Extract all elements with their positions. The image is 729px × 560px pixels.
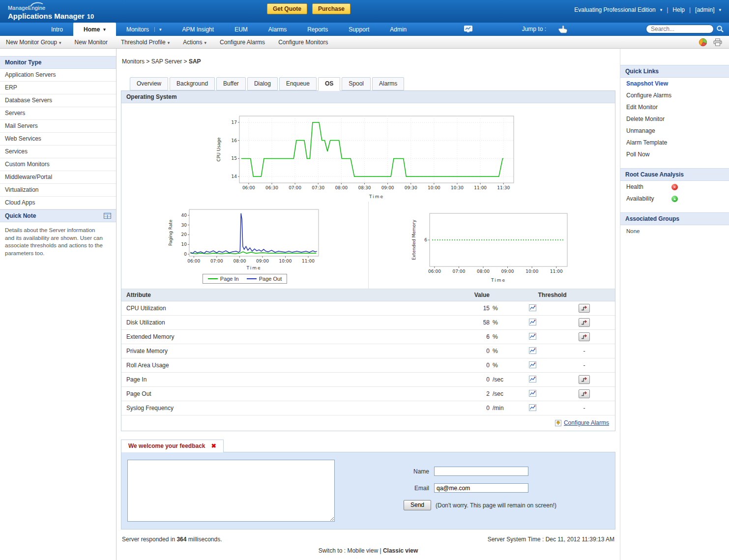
quick-link-poll-now[interactable]: Poll Now	[620, 148, 729, 160]
threshold-button[interactable]	[579, 304, 590, 313]
graph-icon[interactable]	[529, 361, 536, 370]
subnav-threshold-profile[interactable]: Threshold Profile▾	[121, 39, 170, 46]
svg-text:0: 0	[184, 252, 187, 257]
sidebar-item-custom-monitors[interactable]: Custom Monitors	[0, 158, 116, 171]
edition-dropdown[interactable]: Evaluating Professional Edition	[574, 6, 655, 13]
tab-enqueue[interactable]: Enqueue	[279, 77, 317, 90]
os-panel: Operating System 1415161706:0006:3007:00…	[121, 90, 615, 431]
nav-tab-apm-insight[interactable]: APM Insight	[172, 23, 224, 36]
tab-overview[interactable]: Overview	[130, 77, 168, 90]
alarm-bell-icon	[555, 420, 561, 426]
breadcrumb-monitors[interactable]: Monitors >	[122, 58, 151, 65]
nav-tab-support[interactable]: Support	[338, 23, 379, 36]
quick-link-unmanage[interactable]: Unmanage	[620, 125, 729, 137]
quick-link-configure-alarms[interactable]: Configure Alarms	[620, 89, 729, 101]
tab-alarms[interactable]: Alarms	[372, 77, 404, 90]
sidebar-item-cloud-apps[interactable]: Cloud Apps	[0, 197, 116, 209]
graph-icon[interactable]	[529, 319, 536, 327]
graph-icon[interactable]	[529, 376, 536, 384]
root-cause-label: Availability	[626, 195, 671, 202]
no-threshold-dash: -	[583, 348, 585, 354]
quick-link-alarm-template[interactable]: Alarm Template	[620, 137, 729, 148]
sidebar-item-mail-servers[interactable]: Mail Servers	[0, 120, 116, 133]
sidebar-item-virtualization[interactable]: Virtualization	[0, 184, 116, 197]
sidebar-item-application-servers[interactable]: Application Servers	[0, 69, 116, 82]
subnav-configure-alarms[interactable]: Configure Alarms	[220, 39, 265, 46]
nav-tab-eum[interactable]: EUM	[224, 23, 258, 36]
subnav-configure-monitors[interactable]: Configure Monitors	[278, 39, 328, 46]
graph-icon[interactable]	[529, 304, 536, 313]
breadcrumb-sap-server[interactable]: SAP Server >	[151, 58, 189, 65]
monitor-icon[interactable]	[464, 26, 472, 33]
root-cause-section: Root Cause Analysis Health ✕ Availabilit…	[620, 168, 729, 205]
quick-links-title: Quick Links	[620, 65, 729, 78]
send-button[interactable]: Send	[404, 500, 431, 510]
nav-tab-intro[interactable]: Intro	[41, 23, 73, 36]
quick-note-header: Quick Note	[0, 209, 116, 222]
graph-icon[interactable]	[529, 333, 536, 341]
sidebar-item-erp[interactable]: ERP	[0, 82, 116, 94]
get-quote-button[interactable]: Get Quote	[267, 3, 307, 14]
attribute-name: CPU Utilization	[121, 305, 455, 312]
switch-to-label: Switch to :	[319, 547, 346, 554]
table-row: Disk Utilization 58 %	[121, 316, 615, 330]
table-row: CPU Utilization 15 %	[121, 301, 615, 316]
svg-text:11:00: 11:00	[302, 259, 315, 264]
sidebar-item-services[interactable]: Services	[0, 146, 116, 158]
jump-to-hand-icon[interactable]	[557, 25, 569, 33]
page: ManageEngine Applications Manager10 Get …	[0, 0, 729, 560]
nav-tab-alarms[interactable]: Alarms	[258, 23, 297, 36]
table-row: Page Out 2 /sec	[121, 387, 615, 401]
feedback-textarea[interactable]	[127, 460, 335, 522]
nav-tab-reports[interactable]: Reports	[297, 23, 338, 36]
graph-icon[interactable]	[529, 390, 536, 398]
separator: |	[379, 547, 381, 554]
graph-icon[interactable]	[529, 404, 536, 413]
attribute-unit: %	[490, 305, 512, 312]
print-icon[interactable]	[713, 38, 722, 46]
classic-view-link[interactable]: Classic view	[383, 547, 418, 554]
threshold-button[interactable]	[579, 318, 590, 327]
page-out-legend-line	[247, 278, 257, 279]
tab-buffer[interactable]: Buffer	[216, 77, 246, 90]
sidebar-item-servers[interactable]: Servers	[0, 107, 116, 120]
close-icon[interactable]: ✖	[211, 442, 216, 449]
sidebar-item-database-servers[interactable]: Database Servers	[0, 94, 116, 107]
threshold-button[interactable]	[579, 332, 590, 341]
sidebar-item-web-services[interactable]: Web Services	[0, 133, 116, 146]
pie-chart-icon[interactable]	[699, 38, 707, 47]
attribute-name: Extended Memory	[121, 333, 455, 340]
svg-text:08:00: 08:00	[477, 269, 490, 274]
associated-groups-section: Associated Groups None	[620, 212, 729, 237]
name-field[interactable]	[434, 467, 528, 476]
graph-icon[interactable]	[529, 347, 536, 355]
nav-tab-home[interactable]: Home▾	[73, 23, 116, 36]
tab-dialog[interactable]: Dialog	[247, 77, 278, 90]
mobile-view-link[interactable]: Mobile view	[347, 547, 378, 554]
notes-grid-icon[interactable]	[104, 213, 111, 219]
threshold-button[interactable]	[579, 389, 590, 398]
quick-link-snapshot-view[interactable]: Snapshot View	[620, 78, 729, 89]
search-icon[interactable]	[716, 25, 724, 33]
threshold-button[interactable]	[579, 375, 590, 384]
page-in-legend-line	[208, 278, 218, 279]
quick-link-edit-monitor[interactable]: Edit Monitor	[620, 101, 729, 113]
logo-product: Applications Manager	[8, 12, 85, 20]
email-field[interactable]	[434, 483, 528, 493]
subnav-new-monitor[interactable]: New Monitor	[75, 39, 108, 46]
nav-tab-monitors[interactable]: Monitors▾	[116, 23, 172, 36]
help-link[interactable]: Help	[672, 6, 685, 13]
quick-link-delete-monitor[interactable]: Delete Monitor	[620, 113, 729, 125]
purchase-button[interactable]: Purchase	[312, 3, 350, 14]
admin-user-menu[interactable]: [admin]	[695, 6, 714, 13]
tab-background[interactable]: Background	[170, 77, 215, 90]
tab-spool[interactable]: Spool	[342, 77, 371, 90]
sidebar-item-middleware-portal[interactable]: Middleware/Portal	[0, 171, 116, 184]
search-input[interactable]	[646, 25, 714, 33]
configure-alarms-link[interactable]: Configure Alarms	[564, 419, 609, 426]
svg-text:Time: Time	[490, 278, 505, 283]
subnav-actions[interactable]: Actions▾	[183, 39, 206, 46]
nav-tab-admin[interactable]: Admin	[379, 23, 417, 36]
subnav-new-monitor-group[interactable]: New Monitor Group▾	[6, 39, 61, 46]
tab-os[interactable]: OS	[318, 77, 340, 91]
